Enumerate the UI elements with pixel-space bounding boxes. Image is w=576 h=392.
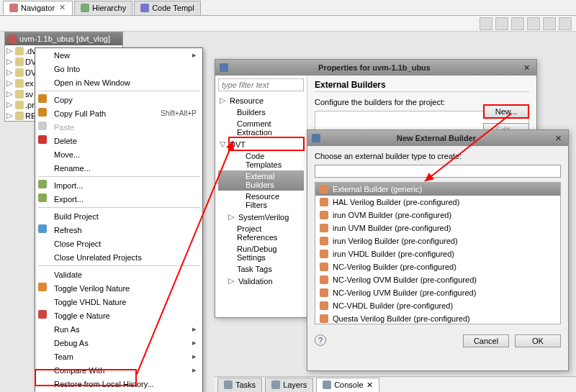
expand-icon[interactable]: ▷ [228,276,235,286]
menu-validate[interactable]: Validate [35,268,202,281]
tab-hierarchy[interactable]: Hierarchy [74,1,132,15]
menu-label: Toggle VHDL Nature [54,298,197,306]
menu-icon [38,283,50,294]
menu-build-project[interactable]: Build Project [35,209,202,223]
menu-new[interactable]: New▸ [35,48,202,62]
toolbar-btn[interactable] [480,17,492,30]
tab-code templ[interactable]: Code Templ [134,1,201,15]
toolbar-btn[interactable] [495,17,508,30]
dialog-titlebar[interactable]: Properties for uvm-1.1b_ubus ✕ [215,60,536,76]
menu-icon [38,211,50,222]
menu-export-[interactable]: Export... [35,192,202,206]
builder-type-item[interactable]: irun Verilog Builder (pre-configured) [315,234,560,247]
ptree-builders[interactable]: Builders [218,106,304,118]
toolbar-btn[interactable] [559,17,572,30]
menu-team[interactable]: Team▸ [35,350,202,363]
close-icon[interactable]: ✕ [552,134,564,143]
expand-icon[interactable]: ▷ [228,212,235,222]
builder-type-item[interactable]: irun OVM Builder (pre-configured) [315,209,560,222]
project-root[interactable]: uvm-1.1b_ubus [dvt_vlog] [5,32,122,45]
ptree-project-references[interactable]: Project References [218,223,304,243]
close-icon[interactable]: ✕ [58,4,66,12]
menu-copy-full-path[interactable]: Copy Full PathShift+Alt+P [35,106,202,120]
ptree-code-templates[interactable]: Code Templates [218,150,304,170]
tab-console[interactable]: Console ✕ [316,378,379,392]
builder-type-item[interactable]: irun VHDL Builder (pre-configured) [315,247,560,260]
expand-icon[interactable]: ▷ [6,46,14,55]
menu-import-[interactable]: Import... [35,178,202,192]
menu-paste[interactable]: Paste [35,120,202,134]
ok-button[interactable]: OK [515,334,561,347]
tab-tasks[interactable]: Tasks [217,378,262,392]
menu-close-project[interactable]: Close Project [35,237,202,250]
expand-icon[interactable]: ▷ [6,89,14,99]
ptree-resource-filters[interactable]: Resource Filters [218,191,304,211]
builder-type-item[interactable]: Questa Verilog Builder (pre-configured) [315,312,560,324]
menu-label: Move... [54,150,197,159]
menu-label: Toggle e Nature [54,311,197,320]
menu-icon [38,163,50,174]
menu-run-as[interactable]: Run As▸ [35,322,202,336]
ptree-systemverilog[interactable]: ▷SystemVerilog [218,211,304,223]
menu-toggle-vhdl-nature[interactable]: Toggle VHDL Nature [35,295,202,309]
filter-input[interactable] [218,78,304,91]
builder-type-list[interactable]: External Builder (generic)HAL Verilog Bu… [315,182,561,324]
ptree-resource[interactable]: ▷Resource [218,94,304,106]
ptree-label: SystemVerilog [238,213,289,222]
menu-copy[interactable]: Copy [35,93,202,106]
menu-refresh[interactable]: Refresh [35,223,202,237]
menu-toggle-e-nature[interactable]: Toggle e Nature [35,309,202,322]
dialog-titlebar[interactable]: New External Builder ✕ [307,130,568,146]
builder-type-item[interactable]: NC-Verilog UVM Builder (pre-configured) [315,286,560,299]
menu-debug-as[interactable]: Debug As▸ [35,336,202,350]
page-title: External Builders [315,80,529,92]
expand-icon[interactable]: ▽ [220,140,227,149]
menu-compare-with[interactable]: Compare With▸ [35,363,202,377]
expand-icon[interactable]: ▷ [6,111,14,120]
builder-type-item[interactable]: HAL Verilog Builder (pre-configured) [315,196,560,209]
ptree-validation[interactable]: ▷Validation [218,275,304,287]
builder-type-item[interactable]: NC-VHDL Builder (pre-configured) [315,299,560,312]
help-icon[interactable]: ? [315,334,326,346]
menu-go-into[interactable]: Go Into [35,62,202,76]
ptree-run-debug-settings[interactable]: Run/Debug Settings [218,243,304,263]
close-icon[interactable]: ✕ [521,63,532,73]
expand-icon[interactable]: ▷ [220,96,227,105]
menu-icon [38,63,50,75]
ptree-external-builders[interactable]: External Builders [218,170,304,191]
folder-icon [15,47,24,55]
menu-icon [38,77,50,88]
ptree-task-tags[interactable]: Task Tags [218,263,304,275]
ptree-comment-extraction[interactable]: Comment Extraction [218,118,304,138]
expand-icon[interactable]: ▷ [6,78,14,88]
tab-layers[interactable]: Layers [265,378,313,392]
builder-type-item[interactable]: irun UVM Builder (pre-configured) [315,222,560,234]
builder-type-item[interactable]: NC-Verilog OVM Builder (pre-configured) [315,273,560,286]
builder-filter-input[interactable] [315,165,561,178]
expand-icon[interactable]: ▷ [6,100,14,109]
menu-close-unrelated-projects[interactable]: Close Unrelated Projects [35,250,202,264]
cancel-button[interactable]: Cancel [463,334,509,347]
builder-type-item[interactable]: NC-Verilog Builder (pre-configured) [315,260,560,273]
expand-icon[interactable]: ▷ [6,68,14,77]
menu-rename-[interactable]: Rename... [35,161,202,175]
menu-toggle-verilog-nature[interactable]: Toggle Verilog Nature [35,281,202,295]
toolbar-btn[interactable] [527,17,540,30]
close-icon[interactable]: ✕ [366,380,373,390]
new-button[interactable]: New... [483,104,529,119]
ptree-label: External Builders [246,172,302,189]
folder-icon [15,111,24,120]
builder-type-item[interactable]: External Builder (generic) [315,183,560,196]
toolbar-btn[interactable] [511,17,524,30]
builder-icon [320,185,328,193]
menu-delete[interactable]: Delete [35,134,202,147]
tab-navigator[interactable]: Navigator✕ [3,1,73,15]
expand-icon[interactable]: ▷ [6,57,14,66]
builder-icon [320,288,328,297]
menu-open-in-new-window[interactable]: Open in New Window [35,76,202,89]
menu-restore-from-local-history-[interactable]: Restore from Local History... [35,377,202,391]
toolbar-btn[interactable] [543,17,556,30]
new-external-builder-dialog: New External Builder ✕ Choose an externa… [307,129,569,371]
ptree-dvt[interactable]: ▽DVT [218,138,304,150]
menu-move-[interactable]: Move... [35,147,202,161]
